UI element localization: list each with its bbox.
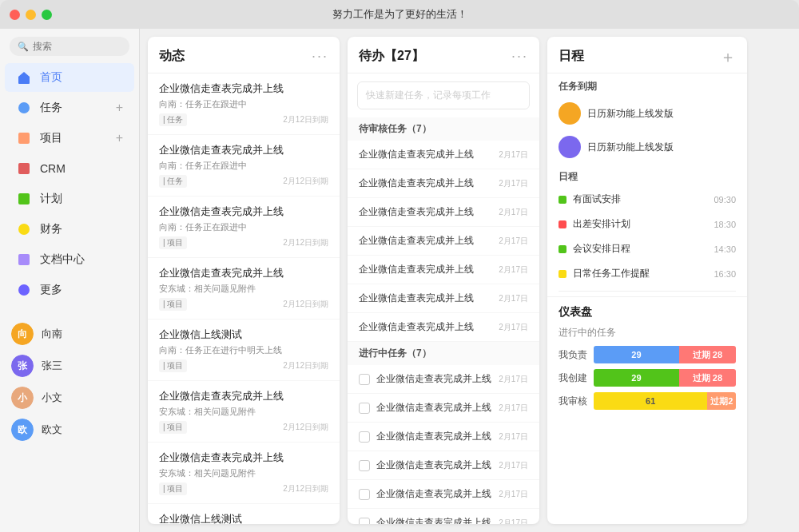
sidebar-item-label-home: 首页 bbox=[40, 70, 62, 85]
event-time: 09:30 bbox=[714, 195, 736, 204]
schedule-event-item[interactable]: 日常任务工作提醒16:30 bbox=[547, 261, 747, 286]
todo-item[interactable]: 企业微信走查表完成并上线2月17日 bbox=[348, 284, 539, 313]
activity-item[interactable]: 企业微信走查表完成并上线 向南：任务正在跟进中 | 任务 2月12日到期 bbox=[148, 135, 340, 197]
maximize-button[interactable] bbox=[42, 10, 52, 20]
activity-item-title: 企业微信上线测试 bbox=[159, 512, 328, 524]
schedule-task-avatar bbox=[559, 102, 581, 125]
todo-panel: 待办【27】 ··· 快速新建任务，记录每项工作 待审核任务（7）企业微信走查表… bbox=[348, 37, 539, 524]
activity-item[interactable]: 企业微信上线测试 向南：任务正在进行中明天上线 | 项目 2月12日到期 bbox=[148, 504, 340, 524]
sidebar-item-crm[interactable]: CRM bbox=[5, 154, 134, 183]
activity-item[interactable]: 企业微信走查表完成并上线 向南：任务正在跟进中 | 项目 2月12日到期 bbox=[148, 197, 340, 258]
sidebar-user-向南[interactable]: 向向南 bbox=[0, 318, 139, 350]
todo-item[interactable]: 企业微信走查表完成并上线2月17日 bbox=[348, 509, 539, 524]
activity-date: 2月12日到期 bbox=[283, 176, 328, 187]
todo-item[interactable]: 企业微信走查表完成并上线2月17日 bbox=[348, 365, 539, 394]
minimize-button[interactable] bbox=[26, 10, 36, 20]
project-add-button[interactable]: + bbox=[116, 132, 123, 145]
event-text: 有面试安排 bbox=[573, 193, 707, 206]
svg-point-0 bbox=[18, 102, 30, 113]
sidebar-nav: 首页任务+项目+CRM计划财务文档中心更多 bbox=[0, 62, 139, 305]
activity-item[interactable]: 企业微信走查表完成并上线 安东城：相关问题见附件 | 项目 2月12日到期 bbox=[148, 381, 340, 443]
crm-nav-icon bbox=[16, 161, 32, 177]
dashboard-bar-main: 61 bbox=[594, 392, 707, 410]
todo-item[interactable]: 企业微信走查表完成并上线2月17日 bbox=[348, 141, 539, 169]
schedule-event-item[interactable]: 有面试安排09:30 bbox=[547, 187, 747, 212]
todo-item[interactable]: 企业微信走查表完成并上线2月17日 bbox=[348, 480, 539, 509]
close-button[interactable] bbox=[10, 10, 20, 20]
activity-item-sub: 安东城：相关问题见附件 bbox=[159, 467, 328, 479]
todo-item[interactable]: 企业微信走查表完成并上线2月17日 bbox=[348, 394, 539, 423]
app-title: 努力工作是为了更好的生活！ bbox=[332, 7, 467, 22]
activity-item[interactable]: 企业微信走查表完成并上线 安东城：相关问题见附件 | 项目 2月12日到期 bbox=[148, 258, 340, 320]
activity-item-sub: 安东城：相关问题见附件 bbox=[159, 406, 328, 418]
todo-more-button[interactable]: ··· bbox=[511, 48, 528, 65]
todo-item-date: 2月17日 bbox=[499, 149, 528, 161]
todo-checkbox[interactable] bbox=[359, 489, 370, 500]
todo-item-date: 2月17日 bbox=[499, 518, 528, 525]
activity-item[interactable]: 企业微信走查表完成并上线 安东城：相关问题见附件 | 项目 2月12日到期 bbox=[148, 443, 340, 504]
todo-item-date: 2月17日 bbox=[499, 403, 528, 414]
sidebar-item-task[interactable]: 任务+ bbox=[5, 93, 134, 122]
activity-tag: | 任务 bbox=[159, 175, 187, 188]
sidebar-user-小文[interactable]: 小小文 bbox=[0, 382, 139, 414]
todo-item-text: 企业微信走查表完成并上线 bbox=[376, 372, 491, 386]
activity-date: 2月12日到期 bbox=[283, 483, 328, 494]
todo-checkbox[interactable] bbox=[359, 374, 370, 385]
search-bar[interactable]: 🔍 bbox=[10, 37, 129, 56]
todo-checkbox[interactable] bbox=[359, 460, 370, 471]
activity-item[interactable]: 企业微信走查表完成并上线 向南：任务正在跟进中 | 任务 2月12日到期 bbox=[148, 73, 340, 135]
todo-item[interactable]: 企业微信走查表完成并上线2月17日 bbox=[348, 423, 539, 451]
todo-item[interactable]: 企业微信走查表完成并上线2月17日 bbox=[348, 198, 539, 227]
todo-checkbox[interactable] bbox=[359, 431, 370, 443]
activity-item-title: 企业微信走查表完成并上线 bbox=[159, 389, 328, 403]
todo-panel-title: 待办【27】 bbox=[359, 48, 424, 65]
svg-rect-3 bbox=[18, 193, 30, 204]
sidebar-user-张三[interactable]: 张张三 bbox=[0, 350, 139, 382]
todo-item-text: 企业微信走查表完成并上线 bbox=[359, 234, 474, 248]
dashboard-bar-main: 29 bbox=[594, 369, 679, 387]
schedule-add-button[interactable]: ＋ bbox=[720, 49, 736, 65]
svg-point-4 bbox=[18, 224, 30, 235]
todo-section-header: 待审核任务（7） bbox=[348, 117, 539, 141]
todo-item[interactable]: 企业微信走查表完成并上线2月17日 bbox=[348, 313, 539, 342]
dashboard-bar: 29过期 28 bbox=[594, 346, 736, 363]
sidebar-user-欧文[interactable]: 欧欧文 bbox=[0, 414, 139, 446]
activity-item-title: 企业微信走查表完成并上线 bbox=[159, 451, 328, 465]
schedule-task-item[interactable]: 日历新功能上线发版 bbox=[547, 130, 747, 164]
schedule-task-item[interactable]: 日历新功能上线发版 bbox=[547, 97, 747, 130]
schedule-task-text: 日历新功能上线发版 bbox=[587, 141, 674, 154]
task-add-button[interactable]: + bbox=[116, 101, 123, 114]
todo-item-date: 2月17日 bbox=[499, 264, 528, 276]
activity-panel-title: 动态 bbox=[159, 48, 185, 65]
todo-body: 快速新建任务，记录每项工作 待审核任务（7）企业微信走查表完成并上线2月17日企… bbox=[348, 73, 539, 524]
search-input[interactable] bbox=[33, 41, 121, 52]
todo-item-text: 企业微信走查表完成并上线 bbox=[376, 516, 491, 524]
activity-item-meta: | 任务 2月12日到期 bbox=[159, 175, 328, 188]
sidebar-item-more[interactable]: 更多 bbox=[5, 276, 134, 304]
todo-checkbox[interactable] bbox=[359, 403, 370, 414]
event-color-dot bbox=[559, 245, 566, 253]
sidebar-item-plan[interactable]: 计划 bbox=[5, 185, 134, 213]
schedule-event-item[interactable]: 会议安排日程14:30 bbox=[547, 236, 747, 261]
sidebar-item-label-plan: 计划 bbox=[40, 192, 62, 206]
activity-item[interactable]: 企业微信上线测试 向南：任务正在进行中明天上线 | 项目 2月12日到期 bbox=[148, 320, 340, 381]
todo-checkbox[interactable] bbox=[359, 518, 370, 525]
sidebar-item-docs[interactable]: 文档中心 bbox=[5, 245, 134, 274]
dashboard-row: 我负责29过期 28 bbox=[559, 346, 736, 363]
todo-item[interactable]: 企业微信走查表完成并上线2月17日 bbox=[348, 451, 539, 480]
sidebar-item-label-crm: CRM bbox=[40, 162, 66, 175]
sidebar-item-finance[interactable]: 财务 bbox=[5, 215, 134, 244]
more-nav-icon bbox=[16, 282, 32, 298]
sidebar-item-home[interactable]: 首页 bbox=[5, 63, 134, 92]
sidebar-item-project[interactable]: 项目+ bbox=[5, 124, 134, 153]
schedule-event-item[interactable]: 出差安排计划18:30 bbox=[547, 212, 747, 236]
todo-item[interactable]: 企业微信走查表完成并上线2月17日 bbox=[348, 227, 539, 256]
todo-quick-input[interactable]: 快速新建任务，记录每项工作 bbox=[357, 81, 530, 109]
project-nav-icon bbox=[16, 130, 32, 146]
sidebar-item-label-task: 任务 bbox=[40, 101, 62, 115]
activity-date: 2月12日到期 bbox=[283, 237, 328, 248]
todo-item[interactable]: 企业微信走查表完成并上线2月17日 bbox=[348, 169, 539, 198]
activity-more-button[interactable]: ··· bbox=[312, 48, 328, 65]
todo-item[interactable]: 企业微信走查表完成并上线2月17日 bbox=[348, 256, 539, 284]
dashboard-section: 仪表盘 进行中的任务 我负责29过期 28我创建29过期 28我审核61过期2 bbox=[547, 296, 747, 423]
